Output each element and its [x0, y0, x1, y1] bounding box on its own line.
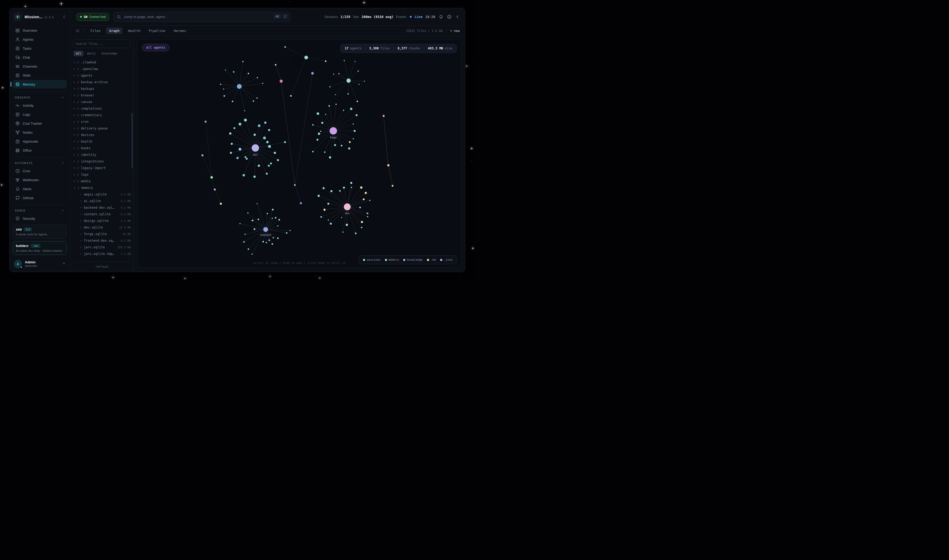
sidebar-item-github[interactable]: GitHub	[13, 194, 67, 202]
graph-loose-node[interactable]	[325, 60, 326, 62]
graph-satellite-node[interactable]	[244, 118, 247, 122]
file-row[interactable]: ~frontend-dev.sq…4.2 MB	[73, 237, 131, 244]
graph-satellite-node[interactable]	[353, 138, 354, 139]
graph-satellite-node[interactable]	[333, 74, 334, 75]
folder-row[interactable]: /backups	[73, 85, 131, 92]
graph-hub-dev[interactable]	[344, 203, 351, 210]
graph-satellite-node[interactable]	[361, 221, 363, 223]
graph-satellite-node[interactable]	[329, 156, 331, 159]
folder-row[interactable]: /identity	[73, 151, 131, 158]
graph-satellite-node[interactable]	[284, 141, 286, 143]
graph-satellite-node[interactable]	[329, 86, 331, 88]
promo-card-xint[interactable]: xintCLIX power tools for agents.	[13, 225, 67, 238]
graph-satellite-node[interactable]	[318, 132, 320, 135]
graph-satellite-node[interactable]	[318, 195, 320, 197]
graph-satellite-node[interactable]	[339, 190, 341, 191]
graph-satellite-node[interactable]	[350, 108, 352, 110]
filter-chip-knowledge[interactable]: knowledge	[99, 51, 120, 56]
folder-row[interactable]: /health	[73, 138, 131, 145]
graph-satellite-node[interactable]	[328, 105, 330, 107]
smiley-icon[interactable]	[447, 14, 452, 19]
sidebar-collapse-button[interactable]	[62, 15, 66, 19]
graph-loose-node[interactable]	[280, 80, 283, 83]
graph-satellite-node[interactable]	[355, 232, 357, 234]
folder-row[interactable]: /credentials	[73, 112, 131, 118]
graph-satellite-node[interactable]	[342, 231, 344, 233]
folder-row[interactable]: /cron	[73, 118, 131, 125]
graph-satellite-node[interactable]	[229, 132, 231, 135]
folder-row[interactable]: /completions	[73, 105, 131, 112]
graph-satellite-node[interactable]	[262, 241, 264, 243]
graph-hub-hub-ne[interactable]	[346, 78, 351, 83]
graph-satellite-node[interactable]	[369, 200, 371, 201]
panel-collapse-icon[interactable]	[455, 14, 460, 19]
graph-canvas[interactable]: jarvforgedevresearch all agents 17agents…	[137, 39, 461, 268]
refresh-button[interactable]: refresh	[73, 262, 131, 270]
graph-loose-node[interactable]	[205, 121, 207, 123]
notifications-bell-icon[interactable]	[439, 14, 443, 19]
graph-satellite-node[interactable]	[343, 186, 345, 189]
graph-satellite-node[interactable]	[324, 151, 326, 153]
graph-loose-node[interactable]	[311, 72, 314, 74]
graph-satellite-node[interactable]	[364, 81, 365, 82]
graph-satellite-node[interactable]	[257, 203, 258, 204]
graph-satellite-node[interactable]	[252, 100, 254, 102]
sidebar-item-office[interactable]: Office	[13, 146, 67, 155]
graph-satellite-node[interactable]	[325, 114, 326, 115]
graph-satellite-node[interactable]	[341, 145, 342, 146]
graph-loose-node[interactable]	[220, 203, 222, 205]
graph-satellite-node[interactable]	[257, 77, 258, 78]
section-header-admin[interactable]: ADMIN	[13, 208, 67, 214]
file-search-input[interactable]	[73, 39, 131, 48]
graph-satellite-node[interactable]	[312, 151, 314, 152]
graph-satellite-node[interactable]	[272, 243, 273, 245]
graph-loose-node[interactable]	[214, 188, 216, 191]
file-row[interactable]: ~forge.sqlite43 MB	[73, 231, 131, 237]
sidebar-item-nodes[interactable]: Nodes	[13, 128, 67, 137]
graph-satellite-node[interactable]	[320, 131, 321, 132]
global-search-input[interactable]	[113, 12, 290, 22]
sidebar-item-agents[interactable]: Agents	[13, 35, 67, 43]
graph-satellite-node[interactable]	[258, 165, 260, 167]
graph-satellite-node[interactable]	[338, 73, 340, 74]
graph-satellite-node[interactable]	[320, 216, 322, 218]
graph-satellite-node[interactable]	[278, 219, 280, 220]
graph-satellite-node[interactable]	[312, 124, 314, 126]
graph-loose-node[interactable]	[210, 176, 213, 179]
filter-chip-daily[interactable]: daily	[85, 51, 98, 56]
graph-satellite-node[interactable]	[266, 213, 268, 214]
tab-pipeline[interactable]: Pipeline	[146, 28, 169, 34]
sidebar-item-alerts[interactable]: Alerts	[13, 185, 67, 193]
graph-satellite-node[interactable]	[230, 152, 232, 154]
graph-satellite-node[interactable]	[239, 223, 240, 224]
folder-row[interactable]: /legacy-import	[73, 165, 131, 171]
graph-satellite-node[interactable]	[361, 227, 362, 228]
graph-satellite-node[interactable]	[367, 216, 368, 217]
graph-satellite-node[interactable]	[359, 206, 361, 208]
graph-satellite-node[interactable]	[242, 61, 244, 62]
graph-satellite-node[interactable]	[223, 95, 225, 97]
sidebar-item-channels[interactable]: Channels	[13, 62, 67, 71]
graph-loose-node[interactable]	[294, 184, 295, 186]
graph-satellite-node[interactable]	[268, 165, 270, 167]
graph-loose-node[interactable]	[383, 115, 385, 117]
graph-satellite-node[interactable]	[330, 190, 332, 192]
graph-satellite-node[interactable]	[357, 101, 358, 102]
graph-satellite-node[interactable]	[254, 134, 256, 136]
graph-satellite-node[interactable]	[335, 94, 336, 95]
graph-satellite-node[interactable]	[289, 230, 291, 231]
graph-satellite-node[interactable]	[263, 137, 266, 140]
graph-satellite-node[interactable]	[357, 71, 359, 72]
folder-row[interactable]: /delivery-queue	[73, 125, 131, 132]
folder-row[interactable]: /backup-archive	[73, 79, 131, 85]
graph-satellite-node[interactable]	[277, 225, 279, 227]
graph-satellite-node[interactable]	[252, 220, 253, 222]
agents-filter-chip[interactable]: all agents	[142, 44, 169, 51]
folder-row[interactable]: /integrations	[73, 158, 131, 165]
graph-satellite-node[interactable]	[328, 203, 329, 205]
graph-satellite-node[interactable]	[343, 109, 344, 111]
graph-satellite-node[interactable]	[253, 175, 256, 178]
filter-chip-all[interactable]: all	[74, 51, 83, 56]
graph-satellite-node[interactable]	[266, 242, 267, 243]
graph-satellite-node[interactable]	[349, 141, 351, 143]
